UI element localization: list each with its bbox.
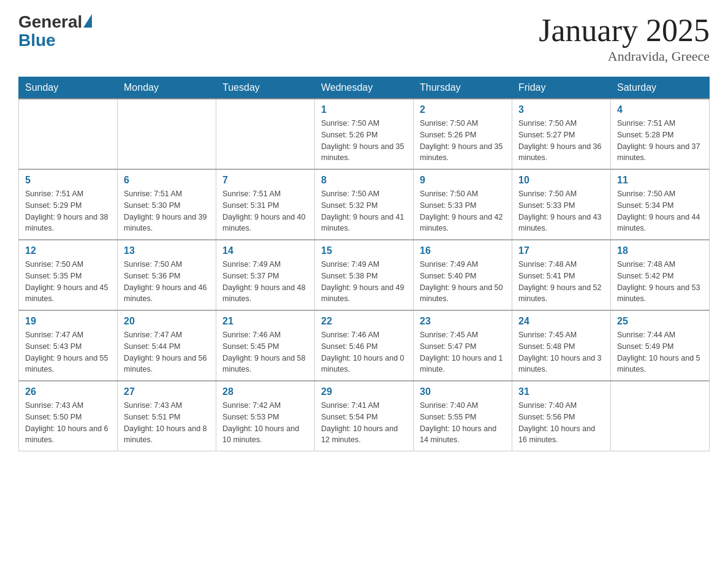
calendar-cell — [611, 381, 710, 451]
calendar-cell: 24Sunrise: 7:45 AM Sunset: 5:48 PM Dayli… — [512, 310, 611, 381]
day-number: 25 — [617, 316, 703, 327]
calendar-week-row: 26Sunrise: 7:43 AM Sunset: 5:50 PM Dayli… — [19, 381, 710, 451]
calendar-week-row: 19Sunrise: 7:47 AM Sunset: 5:43 PM Dayli… — [19, 310, 710, 381]
calendar-cell: 31Sunrise: 7:40 AM Sunset: 5:56 PM Dayli… — [512, 381, 611, 451]
day-info: Sunrise: 7:45 AM Sunset: 5:47 PM Dayligh… — [420, 329, 506, 375]
day-info: Sunrise: 7:48 AM Sunset: 5:41 PM Dayligh… — [518, 259, 604, 305]
day-number: 15 — [321, 245, 407, 256]
calendar-week-row: 1Sunrise: 7:50 AM Sunset: 5:26 PM Daylig… — [19, 99, 710, 169]
day-info: Sunrise: 7:51 AM Sunset: 5:29 PM Dayligh… — [25, 188, 111, 234]
calendar-cell: 9Sunrise: 7:50 AM Sunset: 5:33 PM Daylig… — [414, 169, 512, 240]
day-number: 14 — [222, 245, 308, 256]
day-info: Sunrise: 7:46 AM Sunset: 5:45 PM Dayligh… — [222, 329, 308, 375]
day-number: 4 — [617, 104, 703, 115]
day-info: Sunrise: 7:50 AM Sunset: 5:27 PM Dayligh… — [518, 118, 604, 164]
day-info: Sunrise: 7:40 AM Sunset: 5:56 PM Dayligh… — [518, 400, 604, 446]
calendar-week-row: 5Sunrise: 7:51 AM Sunset: 5:29 PM Daylig… — [19, 169, 710, 240]
day-number: 2 — [420, 104, 506, 115]
day-of-week-header: Thursday — [414, 77, 512, 99]
day-info: Sunrise: 7:50 AM Sunset: 5:35 PM Dayligh… — [25, 259, 111, 305]
day-number: 31 — [518, 386, 604, 397]
day-info: Sunrise: 7:48 AM Sunset: 5:42 PM Dayligh… — [617, 259, 703, 305]
day-number: 23 — [420, 316, 506, 327]
day-info: Sunrise: 7:44 AM Sunset: 5:49 PM Dayligh… — [617, 329, 703, 375]
day-info: Sunrise: 7:49 AM Sunset: 5:38 PM Dayligh… — [321, 259, 407, 305]
day-number: 22 — [321, 316, 407, 327]
day-info: Sunrise: 7:40 AM Sunset: 5:55 PM Dayligh… — [420, 400, 506, 446]
day-of-week-header: Saturday — [611, 77, 710, 99]
day-info: Sunrise: 7:51 AM Sunset: 5:31 PM Dayligh… — [222, 188, 308, 234]
day-number: 28 — [222, 386, 308, 397]
day-number: 30 — [420, 386, 506, 397]
calendar-cell: 1Sunrise: 7:50 AM Sunset: 5:26 PM Daylig… — [315, 99, 414, 169]
day-number: 3 — [518, 104, 604, 115]
day-number: 8 — [321, 175, 407, 186]
calendar-cell: 15Sunrise: 7:49 AM Sunset: 5:38 PM Dayli… — [315, 240, 414, 310]
day-number: 24 — [518, 316, 604, 327]
calendar-cell: 30Sunrise: 7:40 AM Sunset: 5:55 PM Dayli… — [414, 381, 512, 451]
day-number: 20 — [124, 316, 210, 327]
logo-general-text: General — [18, 12, 82, 32]
day-number: 12 — [25, 245, 111, 256]
day-info: Sunrise: 7:50 AM Sunset: 5:33 PM Dayligh… — [420, 188, 506, 234]
day-number: 26 — [25, 386, 111, 397]
day-info: Sunrise: 7:50 AM Sunset: 5:36 PM Dayligh… — [124, 259, 210, 305]
calendar-cell: 11Sunrise: 7:50 AM Sunset: 5:34 PM Dayli… — [611, 169, 710, 240]
calendar-cell: 17Sunrise: 7:48 AM Sunset: 5:41 PM Dayli… — [512, 240, 611, 310]
day-number: 21 — [222, 316, 308, 327]
logo-triangle-icon — [83, 14, 92, 28]
day-of-week-header: Sunday — [19, 77, 118, 99]
day-info: Sunrise: 7:43 AM Sunset: 5:51 PM Dayligh… — [124, 400, 210, 446]
day-info: Sunrise: 7:43 AM Sunset: 5:50 PM Dayligh… — [25, 400, 111, 446]
calendar-cell: 23Sunrise: 7:45 AM Sunset: 5:47 PM Dayli… — [414, 310, 512, 381]
day-number: 18 — [617, 245, 703, 256]
day-info: Sunrise: 7:49 AM Sunset: 5:40 PM Dayligh… — [420, 259, 506, 305]
day-of-week-header: Friday — [512, 77, 611, 99]
day-info: Sunrise: 7:50 AM Sunset: 5:32 PM Dayligh… — [321, 188, 407, 234]
calendar-cell: 29Sunrise: 7:41 AM Sunset: 5:54 PM Dayli… — [315, 381, 414, 451]
day-number: 13 — [124, 245, 210, 256]
calendar-cell: 13Sunrise: 7:50 AM Sunset: 5:36 PM Dayli… — [118, 240, 216, 310]
day-info: Sunrise: 7:41 AM Sunset: 5:54 PM Dayligh… — [321, 400, 407, 446]
day-info: Sunrise: 7:47 AM Sunset: 5:44 PM Dayligh… — [124, 329, 210, 375]
calendar-header-row: SundayMondayTuesdayWednesdayThursdayFrid… — [19, 77, 710, 99]
title-section: January 2025 Andravida, Greece — [539, 12, 710, 64]
calendar-cell: 19Sunrise: 7:47 AM Sunset: 5:43 PM Dayli… — [19, 310, 118, 381]
day-info: Sunrise: 7:49 AM Sunset: 5:37 PM Dayligh… — [222, 259, 308, 305]
day-info: Sunrise: 7:50 AM Sunset: 5:26 PM Dayligh… — [420, 118, 506, 164]
location-subtitle: Andravida, Greece — [539, 48, 710, 64]
day-number: 5 — [25, 175, 111, 186]
calendar-cell: 16Sunrise: 7:49 AM Sunset: 5:40 PM Dayli… — [414, 240, 512, 310]
day-number: 7 — [222, 175, 308, 186]
calendar-cell: 14Sunrise: 7:49 AM Sunset: 5:37 PM Dayli… — [216, 240, 315, 310]
calendar-cell — [19, 99, 118, 169]
day-info: Sunrise: 7:46 AM Sunset: 5:46 PM Dayligh… — [321, 329, 407, 375]
day-info: Sunrise: 7:45 AM Sunset: 5:48 PM Dayligh… — [518, 329, 604, 375]
day-number: 10 — [518, 175, 604, 186]
calendar-cell: 18Sunrise: 7:48 AM Sunset: 5:42 PM Dayli… — [611, 240, 710, 310]
day-of-week-header: Tuesday — [216, 77, 315, 99]
calendar-cell: 4Sunrise: 7:51 AM Sunset: 5:28 PM Daylig… — [611, 99, 710, 169]
calendar-cell: 7Sunrise: 7:51 AM Sunset: 5:31 PM Daylig… — [216, 169, 315, 240]
month-title: January 2025 — [539, 12, 710, 48]
day-number: 16 — [420, 245, 506, 256]
day-of-week-header: Wednesday — [315, 77, 414, 99]
day-of-week-header: Monday — [118, 77, 216, 99]
page-header: General Blue January 2025 Andravida, Gre… — [18, 12, 710, 64]
day-number: 19 — [25, 316, 111, 327]
day-number: 6 — [124, 175, 210, 186]
calendar-cell: 8Sunrise: 7:50 AM Sunset: 5:32 PM Daylig… — [315, 169, 414, 240]
day-number: 9 — [420, 175, 506, 186]
calendar-cell: 26Sunrise: 7:43 AM Sunset: 5:50 PM Dayli… — [19, 381, 118, 451]
calendar-cell: 25Sunrise: 7:44 AM Sunset: 5:49 PM Dayli… — [611, 310, 710, 381]
calendar-table: SundayMondayTuesdayWednesdayThursdayFrid… — [18, 77, 710, 451]
day-info: Sunrise: 7:47 AM Sunset: 5:43 PM Dayligh… — [25, 329, 111, 375]
day-number: 29 — [321, 386, 407, 397]
calendar-cell: 20Sunrise: 7:47 AM Sunset: 5:44 PM Dayli… — [118, 310, 216, 381]
calendar-cell: 22Sunrise: 7:46 AM Sunset: 5:46 PM Dayli… — [315, 310, 414, 381]
day-number: 17 — [518, 245, 604, 256]
day-info: Sunrise: 7:50 AM Sunset: 5:33 PM Dayligh… — [518, 188, 604, 234]
calendar-week-row: 12Sunrise: 7:50 AM Sunset: 5:35 PM Dayli… — [19, 240, 710, 310]
calendar-cell: 3Sunrise: 7:50 AM Sunset: 5:27 PM Daylig… — [512, 99, 611, 169]
calendar-cell: 10Sunrise: 7:50 AM Sunset: 5:33 PM Dayli… — [512, 169, 611, 240]
